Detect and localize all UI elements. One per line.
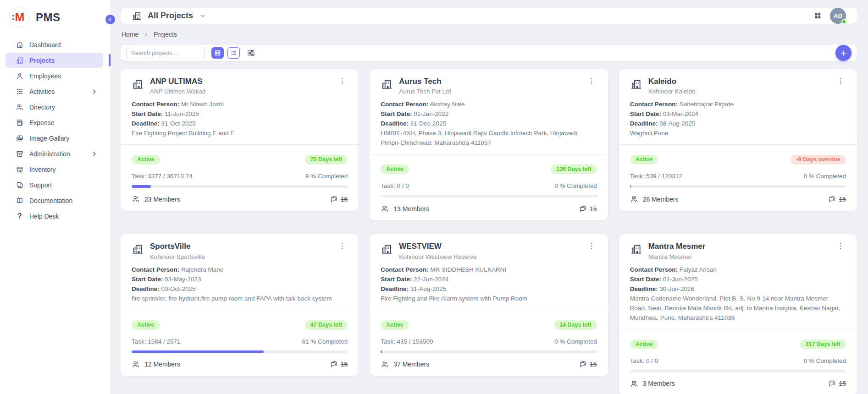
members-count: 37 Members [393,361,429,368]
sidebar-item-label: Inventory [29,166,56,173]
status-badge: Active [630,155,658,164]
messages-count: 15 [341,361,348,368]
sidebar-nav: Dashboard Projects Employees Activities [0,33,111,224]
chat-icon [579,360,587,368]
sidebar-item-dashboard[interactable]: Dashboard [6,37,103,52]
grid-view-button[interactable] [211,47,224,59]
project-title: Aurus Tech [399,77,451,86]
project-card[interactable]: Aurus Tech Aurus Tech Pvt Ltd ⋮ Contact … [370,69,608,220]
sidebar-item-support[interactable]: Support [6,177,103,192]
sidebar-item-directory[interactable]: Directory [6,99,103,115]
progress-bar [132,185,348,188]
add-project-button[interactable] [835,45,851,61]
user-avatar[interactable]: AD [830,8,846,24]
start-date-label: Start Date: [132,110,163,117]
contact-person-line: Contact Person: Mr Nitesh Joshi [132,99,348,109]
sidebar-item-image-gallery[interactable]: Image Gallary [6,131,103,146]
deadline-line: Deadline: 31-Aug-2025 [381,284,597,294]
days-badge: -9 Days overdue [791,155,846,164]
progress-fill [381,350,382,353]
messages-button[interactable]: 15 [330,360,348,368]
card-menu-button[interactable]: ⋮ [586,241,597,251]
days-badge: 75 Days left [305,155,348,164]
filter-icon[interactable] [245,48,256,59]
contact-person-line: Contact Person: Akshay Nale [381,99,597,109]
messages-count: 15 [839,196,846,203]
people-icon [16,103,24,111]
deadline-label: Deadline: [381,120,409,127]
deadline-label: Deadline: [630,120,658,127]
divider [370,154,608,154]
messages-button[interactable]: 15 [579,205,597,213]
messages-button[interactable]: 15 [828,379,846,388]
progress-fill [132,185,151,188]
members-icon [132,195,140,203]
chat-icon [330,195,338,203]
project-description: Fire Fighting and Fire Alarm system with… [381,294,597,303]
sidebar-collapse-button[interactable] [105,14,116,25]
project-switcher[interactable]: All Projects [132,11,206,21]
list-icon [16,88,24,96]
deadline-value: 31-Oct-2025 [161,120,196,127]
list-view-button[interactable] [227,47,240,59]
project-card[interactable]: SportsVille Kohinoor Sportsville ⋮ Conta… [121,234,359,376]
members-icon [132,360,140,369]
card-menu-button[interactable]: ⋮ [835,241,846,251]
status-badge: Active [132,320,160,330]
card-menu-button[interactable]: ⋮ [835,77,846,86]
task-count: Task: 1584 / 2571 [132,338,181,345]
start-date-value: 11-Jun-2025 [165,110,199,117]
project-subtitle: Kohinoor Westview Reserve [399,253,476,260]
project-card[interactable]: Mantra Mesmer Mantra Mesmer ⋮ Contact Pe… [619,234,857,394]
sidebar-item-help-desk[interactable]: ? Help Desk [6,208,103,224]
page-title: All Projects [148,11,193,21]
sidebar: M PMS Dashboard Projects Employees [0,0,111,394]
sidebar-item-administration[interactable]: Administration [6,146,103,161]
sidebar-item-documentation[interactable]: Documentation [6,193,103,208]
contact-label: Contact Person: [630,266,678,273]
messages-button[interactable]: 15 [330,195,348,203]
breadcrumb-current: Projects [154,31,177,38]
contact-person-line: Contact Person: Rajendra Mane [132,265,348,274]
task-count: Task: 539 / 120312 [630,173,682,180]
chevron-right-icon [90,150,99,158]
messages-button[interactable]: 15 [579,360,597,368]
sidebar-item-label: Directory [29,104,55,111]
sidebar-item-label: Administration [29,150,70,158]
completed-percent: 9 % Completed [305,173,348,180]
sidebar-item-activities[interactable]: Activities [6,84,103,99]
search-input[interactable] [126,47,205,59]
sidebar-item-employees[interactable]: Employees [6,68,103,83]
members-group: 13 Members [381,204,429,213]
project-card[interactable]: WESTVIEW Kohinoor Westview Reserve ⋮ Con… [370,234,608,376]
deadline-value: 31-Aug-2025 [410,285,446,292]
contact-value: Mr Nitesh Joshi [181,101,224,108]
building-icon [132,77,144,93]
project-card[interactable]: ANP ULTIMAS ANP Ultimas Wakad ⋮ Contact … [121,69,359,211]
members-icon [630,195,639,203]
chevron-right-icon [144,32,149,37]
sidebar-item-projects[interactable]: Projects [6,53,103,68]
apps-grid-icon[interactable] [814,12,822,20]
projects-grid: ANP ULTIMAS ANP Ultimas Wakad ⋮ Contact … [121,69,857,394]
deadline-value: 03-Oct-2025 [161,285,196,292]
card-menu-button[interactable]: ⋮ [586,77,597,86]
project-card[interactable]: Kaleido Kohinoor Kaleido ⋮ Contact Perso… [619,69,857,211]
deadline-label: Deadline: [132,120,160,127]
deadline-line: Deadline: 31-Dec-2025 [381,119,597,128]
sidebar-item-expense[interactable]: Expense [6,115,103,130]
card-menu-button[interactable]: ⋮ [337,77,348,86]
breadcrumb-home[interactable]: Home [122,31,138,38]
contact-person-line: Contact Person: Faiyaz Ansari [630,265,846,274]
sidebar-item-inventory[interactable]: Inventory [6,162,103,177]
archive-icon [16,150,24,158]
project-title: Mantra Mesmer [648,241,706,251]
sidebar-item-label: Documentation [29,197,72,204]
contact-label: Contact Person: [381,266,428,273]
project-description: fire sprinkler, fire hydrant,fire pump r… [132,294,348,303]
card-menu-button[interactable]: ⋮ [337,241,348,251]
deadline-value: 31-Dec-2025 [410,120,446,127]
messages-button[interactable]: 15 [828,195,846,203]
progress-bar [381,350,597,353]
start-date-label: Start Date: [132,276,163,283]
